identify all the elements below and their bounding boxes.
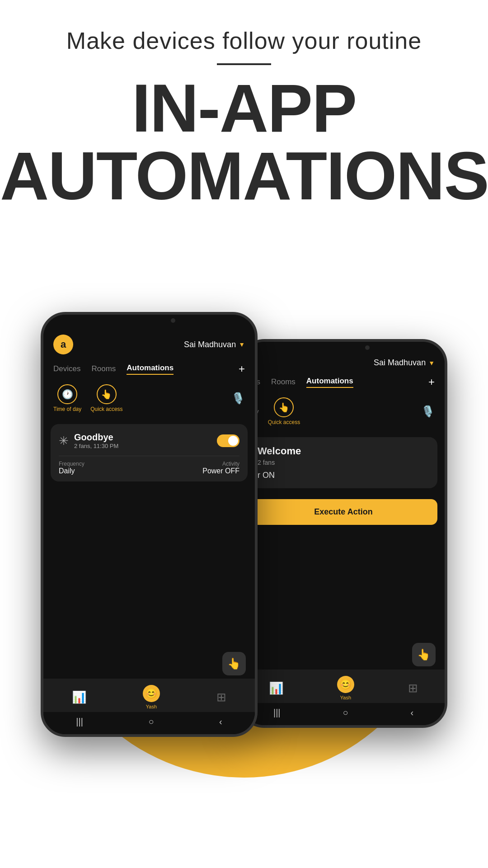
title-line1: IN-APP [0, 74, 488, 142]
time-of-day-label: Time of day [53, 406, 81, 412]
mic-icon-2[interactable]: 🎙️ [421, 405, 435, 418]
phone1-system-nav: ||| ○ ‹ [43, 712, 255, 734]
main-title: IN-APP AUTOMATIONS [0, 74, 488, 210]
action-quick-access[interactable]: 👆 Quick access [90, 384, 122, 412]
clock-icon: 🕐 [57, 384, 77, 404]
phone1-bottom-nav: 📊 😊 Yash ⊞ [43, 679, 255, 712]
card-title-area: ✳ Goodbye 2 fans, 11:30 PM [59, 432, 118, 449]
grid-icon-1: ⊞ [216, 690, 226, 704]
phone1-quick-actions: 🕐 Time of day 👆 Quick access 🎙️ [43, 379, 255, 418]
phone2-quick-actions: ay 👆 Quick access 🎙️ [242, 392, 445, 431]
bottom-nav-grid-2[interactable]: ⊞ [408, 681, 418, 695]
sys-nav-home-2[interactable]: ○ [343, 708, 348, 718]
quick-access-label: Quick access [90, 406, 122, 412]
action-quick-access-2[interactable]: 👆 Quick access [268, 397, 300, 425]
mic-icon-1[interactable]: 🎙️ [231, 392, 245, 405]
bottom-nav-stats-1[interactable]: 📊 [72, 690, 86, 704]
chevron-icon-1: ▼ [239, 341, 245, 348]
phone-1-screen: a Sai Madhuvan ▼ Devices Rooms Automatio… [43, 315, 255, 734]
nav-plus-1[interactable]: + [239, 363, 245, 375]
phone1-user[interactable]: Sai Madhuvan ▼ [184, 340, 245, 349]
divider [217, 63, 271, 65]
welcome-sub: 2 fans [258, 459, 429, 466]
sys-nav-home-1[interactable]: ○ [148, 717, 154, 727]
avatar-label-1: Yash [146, 704, 157, 709]
execute-action-button[interactable]: Execute Action [249, 499, 437, 525]
chevron-icon-2: ▼ [428, 359, 435, 367]
title-line2: AUTOMATIONS [0, 142, 488, 210]
phone-2: Sai Madhuvan ▼ es Rooms Automations + ay… [239, 339, 447, 728]
avatar-label-2: Yash [340, 695, 351, 700]
tab-rooms-1[interactable]: Rooms [91, 364, 116, 373]
frequency-value-1: Daily [59, 467, 84, 475]
touch-icon-1: 👆 [97, 384, 117, 404]
frequency-label-1: Frequency [59, 461, 84, 467]
welcome-status: r ON [258, 471, 429, 480]
fan-icon-1: ✳ [59, 434, 69, 448]
phone-notch-2 [307, 342, 380, 354]
action-time-of-day[interactable]: 🕐 Time of day [53, 384, 81, 412]
fab-button-2[interactable]: 👆 [412, 643, 436, 666]
goodbye-card: ✳ Goodbye 2 fans, 11:30 PM Frequency Dai… [51, 424, 248, 481]
header-section: Make devices follow your routine IN-APP … [0, 0, 488, 210]
welcome-title: Welcome [258, 445, 429, 457]
header-subtitle: Make devices follow your routine [0, 27, 488, 54]
phone2-bottom-nav: 📊 😊 Yash ⊞ [242, 670, 445, 703]
grid-icon-2: ⊞ [408, 681, 418, 695]
tab-automations-2[interactable]: Automations [306, 377, 353, 388]
avatar-2: 😊 [337, 676, 354, 693]
card-header-goodbye: ✳ Goodbye 2 fans, 11:30 PM [59, 432, 239, 449]
quick-access-label-2: Quick access [268, 419, 300, 425]
phone-notch-1 [113, 315, 185, 327]
sys-nav-back-2[interactable]: ‹ [410, 708, 413, 718]
phone2-nav-tabs: es Rooms Automations + [242, 372, 445, 392]
automation-details-1: 2 fans, 11:30 PM [74, 443, 118, 449]
bottom-nav-avatar-1[interactable]: 😊 Yash [143, 685, 160, 709]
sys-nav-menu-2[interactable]: ||| [273, 708, 281, 718]
avatar-1: 😊 [143, 685, 160, 702]
activity-value-1: Power OFF [202, 467, 239, 475]
bottom-nav-stats-2[interactable]: 📊 [269, 681, 283, 695]
stats-icon-2: 📊 [269, 681, 283, 695]
tab-devices-1[interactable]: Devices [53, 364, 80, 373]
phone2-username: Sai Madhuvan [374, 358, 426, 368]
sys-nav-back-1[interactable]: ‹ [219, 717, 222, 727]
tab-automations-1[interactable]: Automations [127, 363, 174, 375]
sys-nav-menu-1[interactable]: ||| [76, 717, 83, 727]
app-logo-1: a [53, 335, 73, 354]
touch-icon-2: 👆 [274, 397, 294, 417]
activity-label-1: Activity [202, 461, 239, 467]
card-footer-goodbye: Frequency Daily Activity Power OFF [59, 456, 239, 475]
bottom-nav-avatar-2[interactable]: 😊 Yash [337, 676, 354, 700]
tab-rooms-2[interactable]: Rooms [271, 377, 296, 387]
toggle-1[interactable] [217, 434, 239, 447]
phone2-user[interactable]: Sai Madhuvan ▼ [374, 358, 435, 368]
phone1-username: Sai Madhuvan [184, 340, 236, 349]
phone-1: a Sai Madhuvan ▼ Devices Rooms Automatio… [41, 312, 258, 737]
phone1-nav-tabs: Devices Rooms Automations + [43, 359, 255, 379]
fab-button-1[interactable]: 👆 [222, 652, 246, 675]
bottom-nav-grid-1[interactable]: ⊞ [216, 690, 226, 704]
stats-icon-1: 📊 [72, 690, 86, 704]
nav-plus-2[interactable]: + [428, 376, 435, 388]
phones-container: a Sai Madhuvan ▼ Devices Rooms Automatio… [41, 276, 447, 750]
automation-name-1: Goodbye [74, 432, 118, 443]
welcome-card: Welcome 2 fans r ON [249, 437, 437, 488]
phone-2-screen: Sai Madhuvan ▼ es Rooms Automations + ay… [242, 342, 445, 725]
phone2-system-nav: ||| ○ ‹ [242, 703, 445, 725]
